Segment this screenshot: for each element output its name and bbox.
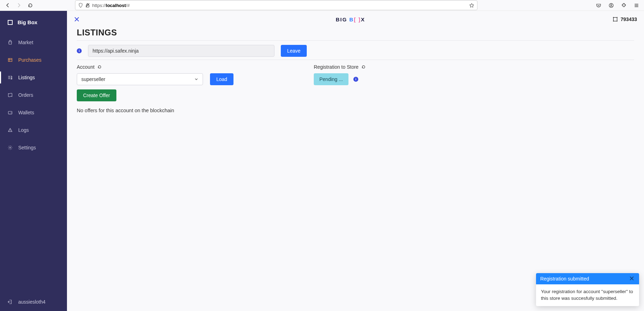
bookmark-star-icon[interactable] xyxy=(469,3,474,8)
columns: Account superseller Load xyxy=(77,64,634,113)
chrome-right xyxy=(594,0,641,10)
registration-column: Registration to Store Pending ... i xyxy=(314,64,366,113)
sidebar-item-wallets[interactable]: Wallets xyxy=(0,104,67,121)
extensions-icon[interactable] xyxy=(619,0,629,10)
account-selected-value: superseller xyxy=(81,76,105,82)
brand-label: Big Box xyxy=(18,19,38,25)
registration-label: Registration to Store xyxy=(314,64,359,70)
svg-point-17 xyxy=(613,21,614,21)
svg-point-15 xyxy=(613,17,614,18)
block-height-value: 793433 xyxy=(621,16,637,22)
svg-rect-8 xyxy=(8,111,12,114)
account-column: Account superseller Load xyxy=(77,64,294,113)
logout-icon xyxy=(8,299,13,304)
content: BIG B[ ]X 793433 LISTINGS i Leave xyxy=(67,11,644,311)
url-host: localhost xyxy=(106,3,126,8)
sidebar-item-settings[interactable]: Settings xyxy=(0,139,67,156)
sidebar-nav: Market Purchases Listings Orders xyxy=(0,34,67,156)
url-scheme: https:// xyxy=(92,3,106,8)
sidebar-item-purchases[interactable]: Purchases xyxy=(0,51,67,69)
page-title: LISTINGS xyxy=(77,28,634,38)
orders-icon xyxy=(8,93,13,97)
sidebar-item-label: Market xyxy=(18,40,33,45)
refresh-icon[interactable] xyxy=(361,65,366,69)
svg-point-11 xyxy=(9,147,11,148)
info-icon[interactable]: i xyxy=(353,77,358,82)
sidebar-item-logs[interactable]: Logs xyxy=(0,121,67,139)
registration-status-row: Pending ... i xyxy=(314,73,366,85)
info-icon[interactable]: i xyxy=(77,48,82,53)
refresh-icon[interactable] xyxy=(97,65,102,69)
no-offers-text: No offers for this account on the blockc… xyxy=(77,108,294,113)
status-badge: Pending ... xyxy=(314,73,348,85)
load-button[interactable]: Load xyxy=(210,73,233,85)
gear-icon xyxy=(8,145,13,150)
app-root: Big Box Market Purchases Listings xyxy=(0,11,644,311)
pocket-icon[interactable] xyxy=(594,0,603,10)
chevron-down-icon xyxy=(194,77,198,81)
shield-icon xyxy=(78,3,83,8)
sidebar-item-label: Listings xyxy=(18,75,35,80)
sidebar-item-listings[interactable]: Listings xyxy=(0,69,67,86)
account-select[interactable]: superseller xyxy=(77,73,203,85)
lock-icon xyxy=(85,3,90,8)
toast-title: Registration submitted xyxy=(540,276,589,282)
block-height: 793433 xyxy=(613,16,637,22)
toast: Registration submitted Your registration… xyxy=(536,273,639,306)
toast-body: Your registration for account "supersell… xyxy=(536,284,639,306)
sidebar-item-label: Purchases xyxy=(18,57,41,63)
close-icon[interactable] xyxy=(629,276,635,282)
divider xyxy=(77,60,634,60)
main: LISTINGS i Leave Account xyxy=(67,28,644,113)
logs-icon xyxy=(8,128,13,133)
menu-icon[interactable] xyxy=(631,0,641,10)
listings-icon xyxy=(8,75,13,80)
sidebar-item-label: Orders xyxy=(18,92,33,98)
select-load-row: superseller Load xyxy=(77,73,294,85)
svg-point-9 xyxy=(11,113,12,113)
toast-header: Registration submitted xyxy=(536,273,639,284)
svg-rect-14 xyxy=(614,18,617,21)
block-icon xyxy=(613,17,618,22)
back-button[interactable] xyxy=(3,0,13,10)
api-url-input[interactable] xyxy=(88,45,274,57)
svg-point-3 xyxy=(610,4,612,6)
account-label: Account xyxy=(77,64,95,70)
sidebar: Big Box Market Purchases Listings xyxy=(0,11,67,311)
app-logo: BIG B[ ]X xyxy=(88,16,613,22)
sidebar-item-label: Wallets xyxy=(18,110,34,115)
sidebar-item-market[interactable]: Market xyxy=(0,34,67,51)
api-row: i Leave xyxy=(77,45,634,57)
wallets-icon xyxy=(8,110,13,115)
brand-logo-icon xyxy=(8,20,13,25)
close-icon[interactable] xyxy=(74,16,88,22)
account-icon[interactable] xyxy=(606,0,616,10)
svg-rect-7 xyxy=(8,59,12,62)
registration-label-row: Registration to Store xyxy=(314,64,366,70)
account-label-row: Account xyxy=(77,64,294,70)
market-icon xyxy=(8,40,13,45)
sidebar-footer[interactable]: aussiesloth4 xyxy=(0,293,67,311)
svg-point-16 xyxy=(617,17,617,18)
forward-button[interactable] xyxy=(14,0,24,10)
leave-button[interactable]: Leave xyxy=(281,45,307,57)
topbar: BIG B[ ]X 793433 xyxy=(67,11,644,28)
svg-point-18 xyxy=(617,21,617,21)
create-offer-button[interactable]: Create Offer xyxy=(77,89,116,101)
divider xyxy=(77,40,634,41)
reload-button[interactable] xyxy=(25,0,35,10)
sidebar-item-label: Settings xyxy=(18,145,36,150)
sidebar-item-orders[interactable]: Orders xyxy=(0,86,67,104)
brand: Big Box xyxy=(0,16,67,34)
url-bar[interactable]: https://localhost/# xyxy=(75,0,477,10)
url-text: https://localhost/# xyxy=(92,3,467,8)
url-path: /# xyxy=(126,3,130,8)
browser-chrome: https://localhost/# xyxy=(0,0,644,11)
footer-user-label: aussiesloth4 xyxy=(18,299,46,305)
purchases-icon xyxy=(8,58,13,62)
sidebar-item-label: Logs xyxy=(18,127,29,133)
